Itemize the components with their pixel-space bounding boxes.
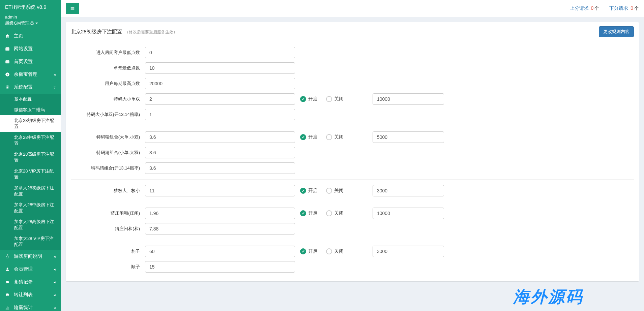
header-right: 上分请求 0个 下分请求 0个 <box>570 5 639 11</box>
input-f8[interactable] <box>145 162 295 174</box>
chevron-icon: ▿ <box>54 85 56 90</box>
radio-f12-off[interactable]: 关闭 <box>326 248 344 254</box>
sidebar-item-label: 余额宝管理 <box>14 71 37 77</box>
sidebar-item-3[interactable]: 余额宝管理◂ <box>0 68 61 81</box>
check-icon <box>300 96 306 102</box>
input-f7[interactable] <box>145 147 295 158</box>
sidebar-item-0[interactable]: 主页 <box>0 30 61 42</box>
sidebar-item-label: 网站设置 <box>14 46 33 52</box>
sidebar-item-label: 竞猜记录 <box>14 279 33 285</box>
input-f3[interactable] <box>145 78 295 89</box>
radio-f10-on[interactable]: 开启 <box>300 210 318 216</box>
input-f4_limit[interactable] <box>373 93 444 105</box>
label-f4: 特码大小单双 <box>71 96 145 102</box>
radio-icon <box>326 248 332 254</box>
input-f5[interactable] <box>145 109 295 120</box>
req-up-link[interactable]: 上分请求 0个 <box>570 5 599 11</box>
box-title: 北京28初级房下注配置（修改后需要重启服务生效） <box>71 29 177 35</box>
label-f10: 猜庄闲和(庄闲) <box>71 210 145 216</box>
input-f2[interactable] <box>145 62 295 74</box>
input-f6[interactable] <box>145 131 295 143</box>
user-icon <box>5 267 10 272</box>
input-f9[interactable] <box>145 185 295 196</box>
sidebar-toggle-button[interactable] <box>66 3 79 14</box>
input-f10[interactable] <box>145 208 295 219</box>
radio-f9-off[interactable]: 关闭 <box>326 188 344 194</box>
sidebar-item-7[interactable]: 竞猜记录◂ <box>0 276 61 288</box>
input-f6_limit[interactable] <box>373 131 444 143</box>
input-f4[interactable] <box>145 93 295 105</box>
radio-icon <box>326 188 332 194</box>
sidebar-item-2[interactable]: 首页设置 <box>0 55 61 68</box>
chevron-icon: ◂ <box>54 306 56 310</box>
flask-icon <box>5 254 10 259</box>
sidebar: ETH管理系统 v8.9 admin 超级GM管理员 主页网站设置首页设置余额宝… <box>0 0 61 311</box>
sidebar-item-label: 主页 <box>14 33 23 39</box>
radio-f6-on[interactable]: 开启 <box>300 134 318 140</box>
label-f13: 顺子 <box>71 264 145 270</box>
input-f13[interactable] <box>145 261 295 273</box>
radio-f10-off[interactable]: 关闭 <box>326 210 344 216</box>
label-f3: 用户每期最高点数 <box>71 81 145 87</box>
sidebar-item-4[interactable]: 系统配置▿ <box>0 81 61 94</box>
sidebar-item-label: 会员管理 <box>14 266 33 272</box>
label-f9: 猜极大、极小 <box>71 188 145 194</box>
sidebar-item-label: 转让列表 <box>14 292 33 298</box>
sidebar-item-9[interactable]: 输赢统计◂ <box>0 301 61 311</box>
sidebar-subitem-4-1[interactable]: 微信客服二维码 <box>0 104 61 115</box>
input-f12_limit[interactable] <box>373 246 444 257</box>
sidebar-item-label: 输赢统计 <box>14 305 33 311</box>
sidebar-item-label: 首页设置 <box>14 59 33 65</box>
input-f1[interactable] <box>145 47 295 58</box>
radio-f6-off[interactable]: 关闭 <box>326 134 344 140</box>
caret-down-icon <box>35 23 38 24</box>
label-f12: 豹子 <box>71 248 145 254</box>
top-nav: 上分请求 0个 下分请求 0个 <box>61 0 644 17</box>
radio-f4-on[interactable]: 开启 <box>300 96 318 102</box>
radio-icon <box>326 96 332 102</box>
input-f9_limit[interactable] <box>373 185 444 196</box>
sidebar-subitem-4-2[interactable]: 北京28初级房下注配置 <box>0 115 61 132</box>
radio-f9-on[interactable]: 开启 <box>300 188 318 194</box>
sidebar-item-5[interactable]: 游戏房间说明◂ <box>0 250 61 263</box>
sidebar-subitem-4-9[interactable]: 加拿大28 VIP房下注配置 <box>0 233 61 250</box>
sidebar-item-1[interactable]: 网站设置 <box>0 42 61 55</box>
label-f8: 特码猜组合(开13,14赔率) <box>71 165 145 171</box>
sidebar-subitem-4-6[interactable]: 加拿大28初级房下注配置 <box>0 183 61 199</box>
car-icon <box>5 280 10 284</box>
radio-f12-on[interactable]: 开启 <box>300 248 318 254</box>
app-title: ETH管理系统 v8.9 <box>0 0 61 14</box>
car-icon <box>5 292 10 297</box>
home-icon <box>5 34 10 38</box>
radio-f4-off[interactable]: 关闭 <box>326 96 344 102</box>
label-f11: 猜庄闲和(和) <box>71 226 145 232</box>
panel-icon <box>5 59 10 64</box>
req-down-link[interactable]: 下分请求 0个 <box>609 5 639 11</box>
input-f12[interactable] <box>145 246 295 257</box>
sidebar-subitem-4-0[interactable]: 基本配置 <box>0 94 61 104</box>
save-button[interactable]: 更改规则内容 <box>599 26 634 37</box>
sidebar-item-8[interactable]: 转让列表◂ <box>0 288 61 301</box>
sidebar-subitem-4-8[interactable]: 加拿大28高级房下注配置 <box>0 216 61 233</box>
panel-icon <box>5 46 10 51</box>
sidebar-item-6[interactable]: 会员管理◂ <box>0 263 61 276</box>
cog-icon <box>5 85 10 90</box>
input-f11[interactable] <box>145 223 295 235</box>
sidebar-subitem-4-5[interactable]: 北京28 VIP房下注配置 <box>0 166 61 183</box>
chevron-icon: ◂ <box>54 254 56 259</box>
chevron-icon: ◂ <box>54 293 56 297</box>
label-f5: 特码大小单双(开13.14赔率) <box>71 112 145 118</box>
input-f10_limit[interactable] <box>373 208 444 219</box>
bars-icon <box>70 6 75 11</box>
chart-icon <box>5 305 10 310</box>
sidebar-subitem-4-4[interactable]: 北京28高级房下注配置 <box>0 149 61 166</box>
user-name: admin <box>5 14 56 20</box>
label-f2: 单笔最低点数 <box>71 65 145 71</box>
sidebar-subitem-4-3[interactable]: 北京28中级房下注配置 <box>0 132 61 149</box>
check-icon <box>300 210 306 216</box>
sidebar-subitem-4-7[interactable]: 加拿大28中级房下注配置 <box>0 199 61 216</box>
user-role-dropdown[interactable]: 超级GM管理员 <box>5 20 38 26</box>
radio-icon <box>326 134 332 140</box>
chevron-icon: ◂ <box>54 267 56 272</box>
radio-icon <box>326 210 332 216</box>
